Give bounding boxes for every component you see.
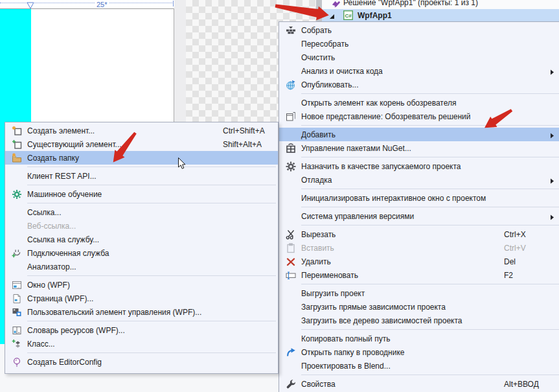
- usercontrol-icon: [9, 307, 25, 317]
- gear-icon: [283, 161, 299, 172]
- nuget-icon: [283, 143, 299, 154]
- menu-item-icon-slot: [283, 130, 299, 140]
- menu-item-icon-slot: [9, 207, 25, 218]
- menu-item[interactable]: Назначить в качестве запускаемого проект…: [279, 159, 559, 173]
- menu-item-label: Ссылка на службу...: [27, 235, 99, 244]
- csharp-project-icon: C#: [343, 10, 353, 22]
- menu-item[interactable]: Загрузить все дерево зависимостей проект…: [279, 314, 559, 327]
- publish-icon: [283, 80, 299, 90]
- menu-item-label: Клиент REST API...: [27, 172, 97, 181]
- window-wpf-icon: [9, 280, 25, 290]
- menu-item-label: Подключенная служба: [27, 249, 109, 258]
- menu-item[interactable]: Создать EditorConfig: [5, 355, 278, 369]
- menu-item[interactable]: Страница (WPF)...: [5, 292, 278, 305]
- menu-item[interactable]: СвойстваAlt+ВВОД: [279, 377, 559, 391]
- explorer-icon: [283, 347, 299, 358]
- svg-text:C#: C#: [345, 13, 352, 19]
- menu-item[interactable]: Класс...: [5, 337, 278, 351]
- menu-item-icon-slot: [283, 52, 299, 63]
- menu-item-label: Окно (WPF): [27, 281, 70, 290]
- menu-item-icon-slot: [283, 316, 299, 326]
- new-folder-icon: [9, 153, 25, 163]
- menu-item-label: Анализ и очистка кода: [301, 67, 383, 76]
- menu-item[interactable]: Анализатор...: [5, 260, 278, 273]
- menu-item[interactable]: Ссылка...: [5, 205, 278, 219]
- project-item-label: WpfApp1: [358, 11, 392, 20]
- menu-item: ВставитьCtrl+V: [279, 241, 559, 255]
- connected-service-icon: [9, 248, 25, 259]
- solution-item-label: Решение "WpfApp1" (проекты: 1 из 1): [343, 0, 478, 7]
- menu-item[interactable]: Выгрузить проект: [279, 286, 559, 300]
- menu-separator: [301, 93, 559, 94]
- grid-column-width-label[interactable]: 25*: [95, 1, 109, 8]
- menu-separator: [301, 189, 559, 189]
- menu-separator: [301, 329, 559, 330]
- menu-item-label: Переименовать: [301, 271, 358, 280]
- existing-item-icon: [9, 139, 25, 150]
- grid-splitter-marker-icon[interactable]: [27, 2, 34, 11]
- menu-item-label: Вставить: [301, 244, 334, 253]
- menu-item[interactable]: Загрузить прямые зависимости проекта: [279, 300, 559, 314]
- menu-separator: [27, 352, 276, 353]
- menu-item-icon-slot: [9, 171, 25, 181]
- menu-separator: [27, 321, 276, 321]
- menu-item-icon-slot: [283, 39, 299, 49]
- solution-tree-item-project[interactable]: C# WpfApp1: [322, 9, 559, 21]
- menu-item-icon-slot: [283, 66, 299, 76]
- menu-item-label: Загрузить прямые зависимости проекта: [301, 303, 446, 312]
- solution-tree-item-solution[interactable]: Решение "WpfApp1" (проекты: 1 из 1): [322, 0, 559, 9]
- menu-item[interactable]: Анализ и очистка кода: [279, 64, 559, 78]
- menu-item[interactable]: Система управления версиями: [279, 209, 559, 223]
- menu-item[interactable]: Копировать полный путь: [279, 332, 559, 345]
- menu-item-label: Выгрузить проект: [301, 289, 365, 298]
- submenu-arrow-icon: [550, 213, 554, 222]
- menu-item[interactable]: Проектировать в Blend...: [279, 359, 559, 373]
- menu-item: Веб-ссылка...: [5, 219, 278, 233]
- menu-item-shortcut: Alt+ВВОД: [504, 380, 539, 389]
- menu-item[interactable]: Опубликовать...: [279, 78, 559, 91]
- menu-item[interactable]: Открыть папку в проводнике: [279, 345, 559, 359]
- menu-item-label: Открыть элемент как корень обозревателя: [301, 98, 457, 108]
- menu-item[interactable]: Машинное обучение: [5, 187, 278, 201]
- menu-item-label: Создать EditorConfig: [27, 358, 102, 367]
- menu-item[interactable]: Инициализировать интерактивное окно с пр…: [279, 191, 559, 205]
- submenu-arrow-icon: [550, 68, 554, 77]
- menu-item[interactable]: Отладка: [279, 173, 559, 187]
- menu-item[interactable]: Подключенная служба: [5, 246, 278, 260]
- menu-item[interactable]: Окно (WPF): [5, 278, 278, 292]
- menu-item[interactable]: Ссылка на службу...: [5, 233, 278, 246]
- menu-item[interactable]: Словарь ресурсов (WPF)...: [5, 323, 278, 337]
- menu-item-label: Вырезать: [301, 230, 336, 239]
- menu-item[interactable]: Собрать: [279, 23, 559, 37]
- annotation-arrow-to-new-folder: [100, 125, 152, 174]
- menu-separator: [301, 157, 559, 157]
- grid-ruler-end-tick: [173, 1, 174, 6]
- scissors-icon: [283, 229, 299, 240]
- menu-item-label: Ссылка...: [27, 208, 61, 217]
- menu-item-icon-slot: [283, 288, 299, 299]
- menu-item[interactable]: УдалитьDel: [279, 255, 559, 268]
- annotation-arrow-to-project: [275, 0, 339, 22]
- menu-item-label: Проектировать в Blend...: [301, 362, 391, 371]
- menu-item[interactable]: ВырезатьCtrl+X: [279, 227, 559, 241]
- menu-item[interactable]: Пользовательский элемент управления (WPF…: [5, 305, 278, 319]
- menu-separator: [301, 375, 559, 375]
- page-wpf-icon: [9, 294, 25, 304]
- menu-item[interactable]: Управление пакетами NuGet...: [279, 141, 559, 155]
- menu-item-shortcut: F2: [504, 271, 513, 280]
- menu-item-label: Создать папку: [27, 154, 79, 163]
- menu-item-icon-slot: [9, 262, 25, 272]
- menu-item-label: Машинное обучение: [27, 190, 102, 199]
- menu-item[interactable]: Пересобрать: [279, 37, 559, 51]
- menu-item-label: Инициализировать интерактивное окно с пр…: [301, 194, 486, 203]
- new-item-icon: [9, 126, 25, 136]
- menu-item-label: Опубликовать...: [301, 80, 358, 89]
- menu-item-label: Словарь ресурсов (WPF)...: [27, 326, 125, 335]
- menu-item[interactable]: Очистить: [279, 51, 559, 64]
- menu-item-label: Назначить в качестве запускаемого проект…: [301, 162, 461, 171]
- menu-item[interactable]: ПереименоватьF2: [279, 268, 559, 282]
- menu-item-label: Анализатор...: [27, 262, 76, 271]
- submenu-arrow-icon: [550, 132, 554, 141]
- build-icon: [283, 25, 299, 36]
- menu-item-shortcut: Shift+Alt+A: [223, 140, 262, 149]
